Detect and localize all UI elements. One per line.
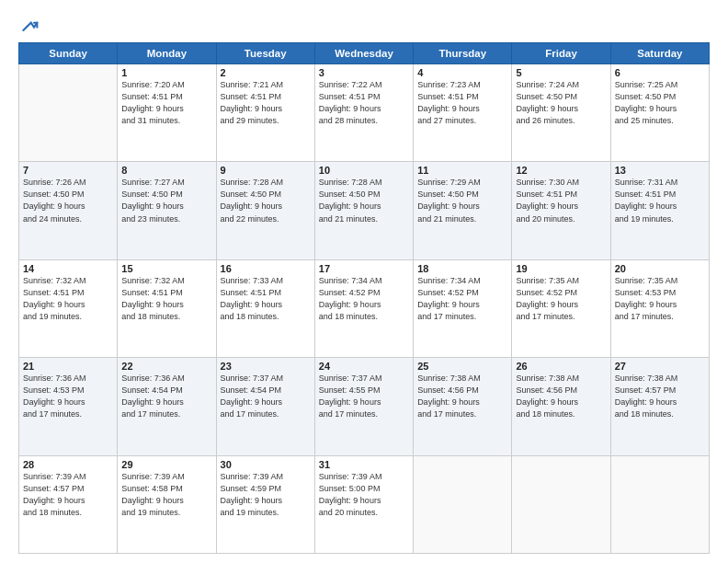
day-number: 20 xyxy=(615,263,705,274)
day-number: 22 xyxy=(121,361,211,372)
day-number: 4 xyxy=(417,67,507,78)
calendar-cell: 23Sunrise: 7:37 AM Sunset: 4:54 PM Dayli… xyxy=(216,358,314,455)
day-number: 18 xyxy=(417,263,507,274)
calendar-week-2: 7Sunrise: 7:26 AM Sunset: 4:50 PM Daylig… xyxy=(19,162,710,259)
calendar-cell: 26Sunrise: 7:38 AM Sunset: 4:56 PM Dayli… xyxy=(512,358,610,455)
calendar-cell xyxy=(414,455,512,553)
day-number: 24 xyxy=(319,361,409,372)
calendar-cell: 20Sunrise: 7:35 AM Sunset: 4:53 PM Dayli… xyxy=(610,259,709,357)
calendar-cell: 27Sunrise: 7:38 AM Sunset: 4:57 PM Dayli… xyxy=(610,358,709,455)
day-info: Sunrise: 7:28 AM Sunset: 4:50 PM Dayligh… xyxy=(221,177,311,224)
day-number: 15 xyxy=(121,263,211,274)
day-number: 6 xyxy=(615,67,705,78)
day-info: Sunrise: 7:23 AM Sunset: 4:51 PM Dayligh… xyxy=(417,79,507,127)
day-number: 13 xyxy=(615,165,705,176)
day-number: 14 xyxy=(23,263,113,274)
calendar-header-friday: Friday xyxy=(512,43,610,64)
day-info: Sunrise: 7:39 AM Sunset: 5:00 PM Dayligh… xyxy=(319,471,409,519)
day-number: 31 xyxy=(319,459,409,470)
day-info: Sunrise: 7:26 AM Sunset: 4:50 PM Dayligh… xyxy=(23,177,113,224)
day-info: Sunrise: 7:34 AM Sunset: 4:52 PM Dayligh… xyxy=(417,275,507,323)
calendar-cell: 9Sunrise: 7:28 AM Sunset: 4:50 PM Daylig… xyxy=(216,162,314,259)
day-number: 25 xyxy=(417,361,507,372)
calendar-cell: 3Sunrise: 7:22 AM Sunset: 4:51 PM Daylig… xyxy=(314,64,413,162)
logo-icon xyxy=(20,17,39,35)
calendar-cell: 30Sunrise: 7:39 AM Sunset: 4:59 PM Dayli… xyxy=(216,455,314,553)
day-number: 12 xyxy=(516,165,606,176)
calendar-cell: 28Sunrise: 7:39 AM Sunset: 4:57 PM Dayli… xyxy=(19,455,118,553)
calendar-cell: 24Sunrise: 7:37 AM Sunset: 4:55 PM Dayli… xyxy=(314,358,413,455)
calendar-header-wednesday: Wednesday xyxy=(314,43,413,64)
calendar-cell: 19Sunrise: 7:35 AM Sunset: 4:52 PM Dayli… xyxy=(512,259,610,357)
calendar-cell: 16Sunrise: 7:33 AM Sunset: 4:51 PM Dayli… xyxy=(216,259,314,357)
day-info: Sunrise: 7:27 AM Sunset: 4:50 PM Dayligh… xyxy=(121,177,211,224)
calendar-cell: 31Sunrise: 7:39 AM Sunset: 5:00 PM Dayli… xyxy=(314,455,413,553)
day-number: 17 xyxy=(319,263,409,274)
day-info: Sunrise: 7:38 AM Sunset: 4:56 PM Dayligh… xyxy=(417,373,507,420)
calendar-cell: 15Sunrise: 7:32 AM Sunset: 4:51 PM Dayli… xyxy=(118,259,216,357)
calendar-cell: 13Sunrise: 7:31 AM Sunset: 4:51 PM Dayli… xyxy=(610,162,709,259)
day-info: Sunrise: 7:39 AM Sunset: 4:58 PM Dayligh… xyxy=(121,471,211,519)
calendar-cell: 8Sunrise: 7:27 AM Sunset: 4:50 PM Daylig… xyxy=(118,162,216,259)
calendar-cell: 17Sunrise: 7:34 AM Sunset: 4:52 PM Dayli… xyxy=(314,259,413,357)
page: SundayMondayTuesdayWednesdayThursdayFrid… xyxy=(0,0,728,563)
calendar-cell xyxy=(610,455,709,553)
day-number: 19 xyxy=(516,263,606,274)
day-info: Sunrise: 7:32 AM Sunset: 4:51 PM Dayligh… xyxy=(23,275,113,323)
calendar-cell xyxy=(19,64,118,162)
day-info: Sunrise: 7:21 AM Sunset: 4:51 PM Dayligh… xyxy=(221,79,311,127)
day-info: Sunrise: 7:38 AM Sunset: 4:57 PM Dayligh… xyxy=(615,373,705,420)
calendar-table: SundayMondayTuesdayWednesdayThursdayFrid… xyxy=(18,42,710,554)
day-info: Sunrise: 7:38 AM Sunset: 4:56 PM Dayligh… xyxy=(516,373,606,420)
day-number: 16 xyxy=(221,263,311,274)
day-number: 21 xyxy=(23,361,113,372)
calendar-header-saturday: Saturday xyxy=(610,43,709,64)
day-info: Sunrise: 7:39 AM Sunset: 4:57 PM Dayligh… xyxy=(23,471,113,519)
day-number: 3 xyxy=(319,67,409,78)
day-info: Sunrise: 7:28 AM Sunset: 4:50 PM Dayligh… xyxy=(319,177,409,224)
calendar-cell: 21Sunrise: 7:36 AM Sunset: 4:53 PM Dayli… xyxy=(19,358,118,455)
day-number: 27 xyxy=(615,361,705,372)
day-info: Sunrise: 7:35 AM Sunset: 4:52 PM Dayligh… xyxy=(516,275,606,323)
calendar-cell: 18Sunrise: 7:34 AM Sunset: 4:52 PM Dayli… xyxy=(414,259,512,357)
day-number: 8 xyxy=(121,165,211,176)
calendar-cell: 1Sunrise: 7:20 AM Sunset: 4:51 PM Daylig… xyxy=(118,64,216,162)
day-number: 28 xyxy=(23,459,113,470)
day-number: 10 xyxy=(319,165,409,176)
calendar-cell: 5Sunrise: 7:24 AM Sunset: 4:50 PM Daylig… xyxy=(512,64,610,162)
day-info: Sunrise: 7:39 AM Sunset: 4:59 PM Dayligh… xyxy=(221,471,311,519)
calendar-header-tuesday: Tuesday xyxy=(216,43,314,64)
day-info: Sunrise: 7:29 AM Sunset: 4:50 PM Dayligh… xyxy=(417,177,507,224)
calendar-cell: 29Sunrise: 7:39 AM Sunset: 4:58 PM Dayli… xyxy=(118,455,216,553)
calendar-cell: 6Sunrise: 7:25 AM Sunset: 4:50 PM Daylig… xyxy=(610,64,709,162)
day-number: 1 xyxy=(121,67,211,78)
calendar-cell: 22Sunrise: 7:36 AM Sunset: 4:54 PM Dayli… xyxy=(118,358,216,455)
day-number: 7 xyxy=(23,165,113,176)
day-info: Sunrise: 7:25 AM Sunset: 4:50 PM Dayligh… xyxy=(615,79,705,127)
day-info: Sunrise: 7:34 AM Sunset: 4:52 PM Dayligh… xyxy=(319,275,409,323)
day-number: 11 xyxy=(417,165,507,176)
day-number: 9 xyxy=(221,165,311,176)
day-info: Sunrise: 7:37 AM Sunset: 4:54 PM Dayligh… xyxy=(221,373,311,420)
day-number: 2 xyxy=(221,67,311,78)
day-info: Sunrise: 7:31 AM Sunset: 4:51 PM Dayligh… xyxy=(615,177,705,224)
calendar-cell: 10Sunrise: 7:28 AM Sunset: 4:50 PM Dayli… xyxy=(314,162,413,259)
day-number: 26 xyxy=(516,361,606,372)
day-number: 5 xyxy=(516,67,606,78)
calendar-header-sunday: Sunday xyxy=(19,43,118,64)
calendar-header-row: SundayMondayTuesdayWednesdayThursdayFrid… xyxy=(19,43,710,64)
calendar-cell: 25Sunrise: 7:38 AM Sunset: 4:56 PM Dayli… xyxy=(414,358,512,455)
calendar-cell: 4Sunrise: 7:23 AM Sunset: 4:51 PM Daylig… xyxy=(414,64,512,162)
day-number: 29 xyxy=(121,459,211,470)
day-info: Sunrise: 7:33 AM Sunset: 4:51 PM Dayligh… xyxy=(221,275,311,323)
calendar-cell xyxy=(512,455,610,553)
calendar-cell: 11Sunrise: 7:29 AM Sunset: 4:50 PM Dayli… xyxy=(414,162,512,259)
day-info: Sunrise: 7:20 AM Sunset: 4:51 PM Dayligh… xyxy=(121,79,211,127)
logo xyxy=(18,17,39,35)
calendar-cell: 12Sunrise: 7:30 AM Sunset: 4:51 PM Dayli… xyxy=(512,162,610,259)
calendar-week-1: 1Sunrise: 7:20 AM Sunset: 4:51 PM Daylig… xyxy=(19,64,710,162)
day-info: Sunrise: 7:30 AM Sunset: 4:51 PM Dayligh… xyxy=(516,177,606,224)
header xyxy=(18,17,710,35)
calendar-week-5: 28Sunrise: 7:39 AM Sunset: 4:57 PM Dayli… xyxy=(19,455,710,553)
calendar-cell: 14Sunrise: 7:32 AM Sunset: 4:51 PM Dayli… xyxy=(19,259,118,357)
